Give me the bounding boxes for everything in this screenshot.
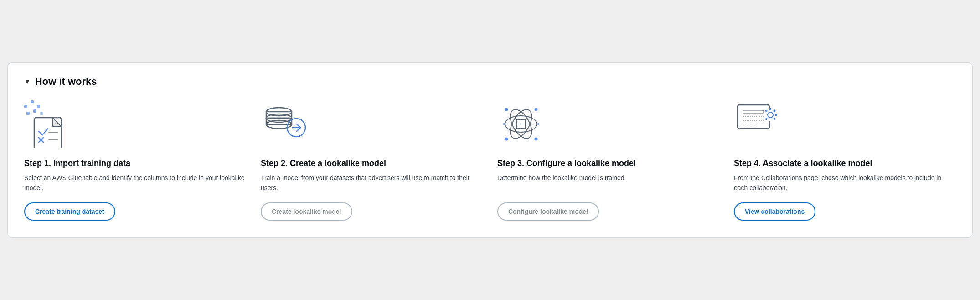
view-collaborations-button[interactable]: View collaborations bbox=[734, 202, 815, 221]
step-2-desc: Train a model from your datasets that ad… bbox=[261, 173, 483, 193]
step-3-icon bbox=[497, 100, 719, 150]
step-2-icon bbox=[261, 100, 483, 150]
section-title: How it works bbox=[35, 76, 97, 88]
step-1-title: Step 1. Import training data bbox=[24, 158, 246, 169]
svg-rect-1 bbox=[31, 100, 34, 103]
svg-rect-4 bbox=[33, 109, 36, 113]
svg-rect-32 bbox=[743, 110, 764, 113]
svg-point-25 bbox=[505, 108, 508, 111]
svg-rect-3 bbox=[26, 112, 30, 115]
svg-rect-2 bbox=[37, 105, 40, 108]
step-3: Step 3. Configure a lookalike model Dete… bbox=[497, 100, 719, 221]
create-training-dataset-button[interactable]: Create training dataset bbox=[24, 202, 115, 221]
steps-grid: Step 1. Import training data Select an A… bbox=[24, 100, 956, 221]
step-4-title: Step 4. Associate a lookalike model bbox=[734, 158, 956, 169]
step-3-desc: Determine how the lookalike model is tra… bbox=[497, 173, 719, 193]
svg-point-30 bbox=[537, 123, 540, 125]
svg-line-7 bbox=[39, 131, 42, 135]
step-4: Step 4. Associate a lookalike model From… bbox=[734, 100, 956, 221]
svg-rect-0 bbox=[24, 105, 27, 108]
how-it-works-card: ▼ How it works bbox=[7, 62, 973, 238]
step-1-desc: Select an AWS Glue table and identify th… bbox=[24, 173, 246, 193]
chevron-icon: ▼ bbox=[24, 78, 31, 85]
svg-point-27 bbox=[505, 138, 508, 141]
step-1: Step 1. Import training data Select an A… bbox=[24, 100, 246, 221]
step-4-icon bbox=[734, 100, 956, 150]
section-header: ▼ How it works bbox=[24, 76, 956, 88]
svg-point-26 bbox=[535, 108, 538, 111]
svg-point-28 bbox=[535, 138, 538, 141]
step-2: Step 2. Create a lookalike model Train a… bbox=[261, 100, 483, 221]
svg-rect-5 bbox=[40, 112, 43, 115]
step-1-icon bbox=[24, 100, 246, 150]
svg-rect-43 bbox=[775, 114, 777, 116]
step-4-desc: From the Collaborations page, chose whic… bbox=[734, 173, 956, 193]
configure-lookalike-model-button[interactable]: Configure lookalike model bbox=[497, 202, 599, 221]
step-3-title: Step 3. Configure a lookalike model bbox=[497, 158, 719, 169]
svg-line-8 bbox=[42, 129, 48, 135]
step-2-title: Step 2. Create a lookalike model bbox=[261, 158, 483, 169]
svg-rect-41 bbox=[769, 108, 771, 110]
svg-point-29 bbox=[503, 123, 505, 125]
create-lookalike-model-button[interactable]: Create lookalike model bbox=[261, 202, 352, 221]
